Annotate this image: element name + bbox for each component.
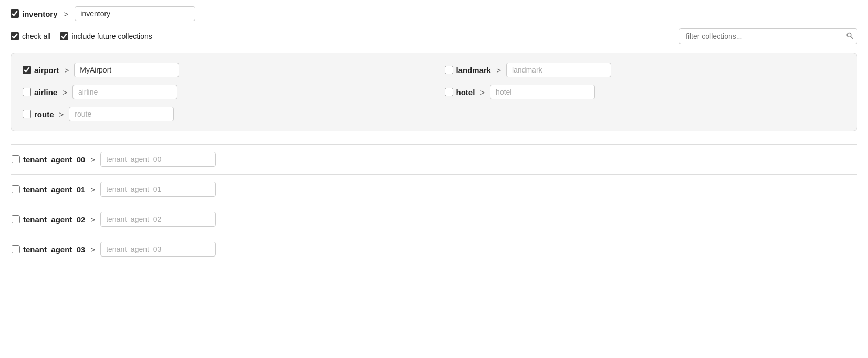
tenant-agent-00-name: tenant_agent_00 (23, 155, 85, 164)
airport-label[interactable]: airport (23, 66, 59, 75)
landmark-name: landmark (456, 66, 491, 75)
collections-box: airport > airline > route > (11, 53, 857, 131)
tenant-agent-01-name: tenant_agent_01 (23, 185, 85, 194)
airline-input[interactable] (72, 85, 177, 99)
tenant-agent-01-input[interactable] (100, 182, 216, 197)
include-future-checkbox[interactable] (60, 32, 68, 40)
collection-item-airline: airline > (23, 85, 424, 99)
collections-left-col: airport > airline > route > (23, 63, 424, 121)
tenant-agent-03-checkbox[interactable] (12, 245, 20, 253)
tenant-agent-02-input[interactable] (100, 212, 216, 227)
tenant-row-01: tenant_agent_01 > (11, 175, 857, 204)
include-future-label[interactable]: include future collections (60, 32, 152, 40)
svg-line-1 (851, 37, 853, 39)
toolbar-left: check all include future collections (11, 32, 152, 40)
route-input[interactable] (69, 107, 174, 121)
collection-item-landmark: landmark > (445, 63, 846, 77)
inventory-checkbox[interactable] (11, 9, 19, 18)
header-row: inventory > (11, 6, 857, 21)
tenant-agent-00-checkbox[interactable] (12, 155, 20, 163)
collections-grid: airport > airline > route > (23, 63, 845, 121)
route-arrow: > (59, 110, 64, 119)
tenant-agent-03-label[interactable]: tenant_agent_03 (12, 245, 85, 254)
tenant-row-00: tenant_agent_00 > (11, 145, 857, 175)
airline-checkbox[interactable] (23, 88, 31, 96)
tenant-agent-00-input[interactable] (100, 152, 216, 167)
include-future-text: include future collections (71, 32, 152, 40)
collection-item-airport: airport > (23, 63, 424, 77)
tenant-agent-03-name: tenant_agent_03 (23, 245, 85, 254)
airline-name: airline (34, 88, 57, 97)
tenant-agent-01-checkbox[interactable] (12, 185, 20, 193)
search-button[interactable] (846, 32, 853, 41)
check-all-text: check all (22, 32, 50, 40)
inventory-arrow: > (64, 9, 69, 18)
inventory-checkbox-label[interactable]: inventory (11, 9, 58, 18)
airport-checkbox[interactable] (23, 66, 31, 74)
collection-item-hotel: hotel > (445, 85, 846, 99)
collection-item-route: route > (23, 107, 424, 121)
airline-arrow: > (62, 88, 67, 97)
tenant-row-02: tenant_agent_02 > (11, 204, 857, 234)
landmark-label[interactable]: landmark (445, 66, 491, 75)
inventory-label: inventory (22, 9, 58, 18)
hotel-name: hotel (456, 88, 475, 97)
hotel-arrow: > (480, 88, 485, 97)
check-all-label[interactable]: check all (11, 32, 50, 40)
toolbar-row: check all include future collections (11, 28, 857, 44)
tenant-section: tenant_agent_00 > tenant_agent_01 > tena… (11, 144, 857, 264)
airport-arrow: > (65, 66, 69, 75)
filter-wrap (679, 28, 857, 44)
filter-input[interactable] (679, 28, 857, 44)
tenant-agent-03-input[interactable] (100, 242, 216, 257)
collections-right-col: landmark > hotel > (445, 63, 846, 121)
tenant-agent-02-name: tenant_agent_02 (23, 215, 85, 224)
hotel-label[interactable]: hotel (445, 88, 475, 97)
tenant-agent-00-arrow: > (90, 155, 95, 164)
tenant-agent-00-label[interactable]: tenant_agent_00 (12, 155, 85, 164)
hotel-input[interactable] (490, 85, 595, 99)
tenant-agent-01-label[interactable]: tenant_agent_01 (12, 185, 85, 194)
route-label[interactable]: route (23, 110, 54, 119)
inventory-input[interactable] (75, 6, 195, 21)
hotel-checkbox[interactable] (445, 88, 453, 96)
route-checkbox[interactable] (23, 110, 31, 118)
tenant-agent-02-arrow: > (90, 215, 95, 224)
tenant-agent-01-arrow: > (90, 185, 95, 194)
landmark-checkbox[interactable] (445, 66, 453, 74)
airport-name: airport (34, 66, 59, 75)
tenant-agent-02-label[interactable]: tenant_agent_02 (12, 215, 85, 224)
tenant-agent-03-arrow: > (90, 245, 95, 254)
tenant-row-03: tenant_agent_03 > (11, 234, 857, 264)
tenant-agent-02-checkbox[interactable] (12, 215, 20, 223)
airport-input[interactable] (74, 63, 179, 77)
landmark-arrow: > (496, 66, 501, 75)
route-name: route (34, 110, 54, 119)
check-all-checkbox[interactable] (11, 32, 19, 40)
airline-label[interactable]: airline (23, 88, 57, 97)
landmark-input[interactable] (506, 63, 611, 77)
